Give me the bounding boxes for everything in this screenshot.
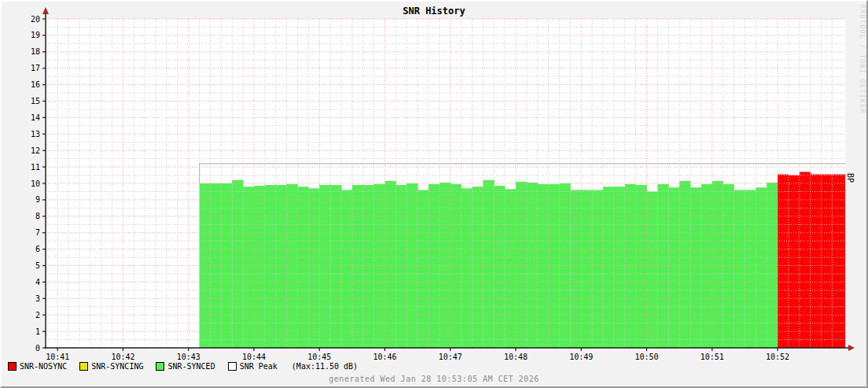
bar (778, 175, 789, 349)
y-tick-label: 15 (31, 97, 40, 105)
y-tick-label: 17 (31, 64, 40, 72)
bar (789, 176, 800, 348)
legend-item-snr-synced: SNR-SYNCED (156, 362, 215, 371)
bar (417, 190, 428, 348)
x-axis-arrow-icon (848, 345, 855, 351)
legend-label: SNR-NOSYNC (20, 362, 67, 371)
bar (308, 188, 319, 348)
x-tick-label: 10:49 (569, 353, 593, 361)
bar (570, 190, 581, 348)
x-tick-label: 10:42 (111, 353, 134, 361)
y-axis-labels: 01234567891011121314151617181920 (31, 15, 40, 353)
x-tick-label: 10:44 (242, 353, 266, 361)
legend-color-swatch (156, 362, 164, 371)
legend-item-snr-syncing: SNR-SYNCING (79, 362, 143, 371)
x-tick-label: 10:48 (504, 353, 528, 361)
legend-label: SNR-SYNCING (91, 362, 143, 371)
right-axis-label: BP (846, 173, 855, 183)
bar (614, 187, 625, 348)
y-tick-label: 5 (35, 261, 40, 270)
bar (483, 180, 494, 348)
rrdtool-watermark: RRDTOOL / TOBI OETIKER (859, 5, 866, 114)
bar (581, 190, 592, 348)
bar (811, 175, 822, 349)
y-tick-label: 9 (35, 195, 40, 204)
y-tick-label: 20 (31, 15, 40, 24)
peak-max-note: (Max:11.50 dB) (292, 362, 358, 371)
legend-color-swatch (79, 362, 88, 371)
bar (232, 180, 243, 348)
generated-timestamp: generated Wed Jan 28 10:53:05 AM CET 202… (2, 375, 866, 383)
y-tick-label: 10 (31, 179, 40, 188)
y-tick-label: 0 (35, 344, 40, 353)
snr-history-chart: 0123456789101112131415161718192010:4110:… (2, 2, 866, 386)
bar (243, 187, 254, 348)
y-tick-label: 1 (35, 327, 40, 336)
x-tick-label: 10:47 (439, 353, 462, 361)
y-tick-label: 14 (31, 113, 40, 122)
x-tick-label: 10:45 (307, 353, 331, 361)
bar (734, 190, 745, 348)
legend-color-swatch (8, 362, 17, 371)
y-tick-label: 18 (31, 47, 40, 56)
y-tick-label: 12 (31, 146, 40, 155)
y-tick-label: 4 (35, 278, 40, 286)
y-tick-label: 13 (31, 130, 40, 139)
bar (462, 188, 473, 348)
y-tick-label: 3 (35, 294, 40, 303)
y-tick-label: 19 (31, 31, 40, 39)
y-tick-label: 7 (35, 228, 40, 237)
bar (298, 187, 309, 348)
bar (473, 187, 484, 348)
legend: SNR-NOSYNCSNR-SYNCINGSNR-SYNCEDSNR Peak(… (8, 362, 358, 371)
bar (647, 191, 658, 348)
y-axis-arrow-icon (42, 7, 49, 14)
bar (592, 190, 603, 348)
x-axis-labels: 10:4110:4210:4310:4410:4510:4610:4710:48… (46, 353, 789, 361)
rrdtool-graph: SNR History 0123456789101112131415161718… (0, 0, 868, 388)
y-tick-label: 8 (35, 212, 40, 220)
legend-item-snr-peak: SNR Peak (228, 362, 278, 371)
bar (341, 190, 352, 348)
legend-color-swatch (228, 362, 237, 371)
x-tick-label: 10:51 (701, 353, 724, 361)
legend-item-snr-nosync: SNR-NOSYNC (8, 362, 67, 371)
x-tick-label: 10:41 (46, 353, 69, 361)
bar (800, 172, 811, 348)
bar (745, 190, 756, 348)
bars-snr-synced (200, 180, 778, 348)
y-tick-label: 11 (31, 163, 40, 172)
x-tick-label: 10:43 (177, 353, 200, 361)
y-tick-label: 6 (35, 245, 40, 253)
x-tick-label: 10:52 (766, 353, 789, 361)
bars-snr-nosync (778, 172, 845, 348)
y-tick-label: 16 (31, 80, 40, 89)
bar (603, 187, 614, 348)
bar (832, 175, 845, 349)
legend-label: SNR Peak (240, 362, 278, 371)
bar (668, 187, 679, 348)
legend-label: SNR-SYNCED (167, 362, 215, 371)
x-tick-label: 10:46 (373, 353, 396, 361)
bar (690, 187, 701, 348)
y-tick-label: 2 (35, 311, 40, 320)
bar (505, 189, 516, 348)
x-tick-label: 10:50 (634, 353, 658, 361)
bar (756, 187, 767, 348)
bar (822, 175, 833, 349)
